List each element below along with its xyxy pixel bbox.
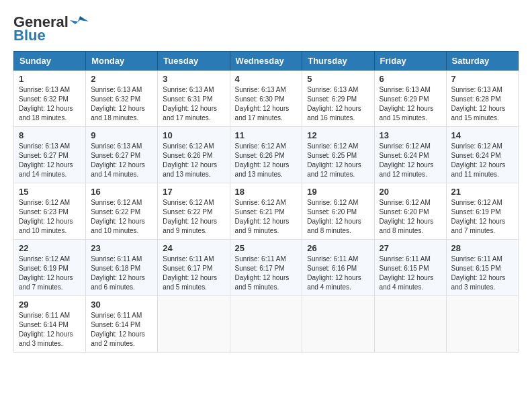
logo-bird-icon: [70, 15, 90, 30]
table-row: [446, 296, 518, 353]
day-info: Sunrise: 6:12 AMSunset: 6:19 PMDaylight:…: [451, 198, 513, 236]
calendar-week-row: 8Sunrise: 6:13 AMSunset: 6:27 PMDaylight…: [14, 127, 519, 183]
day-number: 18: [235, 187, 298, 197]
day-number: 3: [163, 74, 224, 84]
table-row: 13Sunrise: 6:12 AMSunset: 6:24 PMDayligh…: [374, 127, 446, 183]
calendar-week-row: 1Sunrise: 6:13 AMSunset: 6:32 PMDaylight…: [14, 71, 519, 127]
day-number: 21: [451, 187, 513, 197]
day-number: 7: [451, 74, 513, 84]
table-row: 2Sunrise: 6:13 AMSunset: 6:32 PMDaylight…: [86, 71, 158, 127]
day-info: Sunrise: 6:13 AMSunset: 6:29 PMDaylight:…: [307, 85, 369, 123]
day-number: 23: [91, 243, 152, 253]
table-row: [302, 296, 374, 353]
table-row: 15Sunrise: 6:12 AMSunset: 6:23 PMDayligh…: [14, 183, 86, 240]
day-info: Sunrise: 6:13 AMSunset: 6:32 PMDaylight:…: [91, 85, 152, 123]
day-number: 30: [91, 300, 152, 310]
col-wednesday: Wednesday: [230, 52, 302, 71]
table-row: 3Sunrise: 6:13 AMSunset: 6:31 PMDaylight…: [158, 71, 230, 127]
day-info: Sunrise: 6:12 AMSunset: 6:21 PMDaylight:…: [235, 198, 298, 236]
table-row: 30Sunrise: 6:11 AMSunset: 6:14 PMDayligh…: [86, 296, 158, 353]
day-number: 17: [163, 187, 224, 197]
table-row: 10Sunrise: 6:12 AMSunset: 6:26 PMDayligh…: [158, 127, 230, 183]
table-row: 19Sunrise: 6:12 AMSunset: 6:20 PMDayligh…: [302, 183, 374, 240]
table-row: 11Sunrise: 6:12 AMSunset: 6:26 PMDayligh…: [230, 127, 302, 183]
day-number: 2: [91, 74, 152, 84]
table-row: 25Sunrise: 6:11 AMSunset: 6:17 PMDayligh…: [230, 240, 302, 296]
day-number: 8: [19, 130, 81, 140]
table-row: 26Sunrise: 6:11 AMSunset: 6:16 PMDayligh…: [302, 240, 374, 296]
table-row: [230, 296, 302, 353]
table-row: 29Sunrise: 6:11 AMSunset: 6:14 PMDayligh…: [14, 296, 86, 353]
day-info: Sunrise: 6:12 AMSunset: 6:25 PMDaylight:…: [307, 142, 369, 179]
day-number: 22: [19, 243, 81, 253]
day-info: Sunrise: 6:12 AMSunset: 6:22 PMDaylight:…: [163, 198, 224, 236]
day-info: Sunrise: 6:13 AMSunset: 6:31 PMDaylight:…: [163, 85, 224, 123]
table-row: 24Sunrise: 6:11 AMSunset: 6:17 PMDayligh…: [158, 240, 230, 296]
day-number: 19: [307, 187, 369, 197]
day-number: 6: [380, 74, 441, 84]
day-info: Sunrise: 6:13 AMSunset: 6:30 PMDaylight:…: [235, 85, 298, 123]
table-row: [374, 296, 446, 353]
table-row: 18Sunrise: 6:12 AMSunset: 6:21 PMDayligh…: [230, 183, 302, 240]
day-info: Sunrise: 6:11 AMSunset: 6:15 PMDaylight:…: [380, 255, 441, 292]
day-info: Sunrise: 6:12 AMSunset: 6:24 PMDaylight:…: [451, 142, 513, 179]
table-row: 12Sunrise: 6:12 AMSunset: 6:25 PMDayligh…: [302, 127, 374, 183]
table-row: 14Sunrise: 6:12 AMSunset: 6:24 PMDayligh…: [446, 127, 518, 183]
day-number: 1: [19, 74, 81, 84]
col-friday: Friday: [374, 52, 446, 71]
calendar-table: Sunday Monday Tuesday Wednesday Thursday…: [13, 51, 519, 353]
day-info: Sunrise: 6:12 AMSunset: 6:22 PMDaylight:…: [91, 198, 152, 236]
day-number: 28: [451, 243, 513, 253]
col-monday: Monday: [86, 52, 158, 71]
table-row: 1Sunrise: 6:13 AMSunset: 6:32 PMDaylight…: [14, 71, 86, 127]
day-number: 29: [19, 300, 81, 310]
table-row: 8Sunrise: 6:13 AMSunset: 6:27 PMDaylight…: [14, 127, 86, 183]
day-info: Sunrise: 6:13 AMSunset: 6:28 PMDaylight:…: [451, 85, 513, 123]
calendar-header-row: Sunday Monday Tuesday Wednesday Thursday…: [14, 52, 519, 71]
day-info: Sunrise: 6:11 AMSunset: 6:17 PMDaylight:…: [235, 255, 298, 292]
day-info: Sunrise: 6:12 AMSunset: 6:20 PMDaylight:…: [307, 198, 369, 236]
day-info: Sunrise: 6:12 AMSunset: 6:23 PMDaylight:…: [19, 198, 81, 236]
day-info: Sunrise: 6:11 AMSunset: 6:17 PMDaylight:…: [163, 255, 224, 292]
svg-marker-0: [70, 16, 89, 24]
table-row: 16Sunrise: 6:12 AMSunset: 6:22 PMDayligh…: [86, 183, 158, 240]
table-row: 9Sunrise: 6:13 AMSunset: 6:27 PMDaylight…: [86, 127, 158, 183]
day-info: Sunrise: 6:12 AMSunset: 6:24 PMDaylight:…: [380, 142, 441, 179]
day-number: 20: [380, 187, 441, 197]
day-info: Sunrise: 6:11 AMSunset: 6:15 PMDaylight:…: [451, 255, 513, 292]
day-info: Sunrise: 6:13 AMSunset: 6:32 PMDaylight:…: [19, 85, 81, 123]
day-number: 5: [307, 74, 369, 84]
day-number: 16: [91, 187, 152, 197]
day-number: 25: [235, 243, 298, 253]
table-row: 27Sunrise: 6:11 AMSunset: 6:15 PMDayligh…: [374, 240, 446, 296]
table-row: 7Sunrise: 6:13 AMSunset: 6:28 PMDaylight…: [446, 71, 518, 127]
day-info: Sunrise: 6:13 AMSunset: 6:29 PMDaylight:…: [380, 85, 441, 123]
table-row: 28Sunrise: 6:11 AMSunset: 6:15 PMDayligh…: [446, 240, 518, 296]
day-info: Sunrise: 6:12 AMSunset: 6:19 PMDaylight:…: [19, 255, 81, 292]
day-number: 9: [91, 130, 152, 140]
day-number: 27: [380, 243, 441, 253]
day-info: Sunrise: 6:13 AMSunset: 6:27 PMDaylight:…: [19, 142, 81, 179]
day-info: Sunrise: 6:11 AMSunset: 6:14 PMDaylight:…: [19, 311, 81, 349]
day-info: Sunrise: 6:11 AMSunset: 6:16 PMDaylight:…: [307, 255, 369, 292]
col-thursday: Thursday: [302, 52, 374, 71]
day-number: 26: [307, 243, 369, 253]
day-number: 4: [235, 74, 298, 84]
day-number: 14: [451, 130, 513, 140]
table-row: 17Sunrise: 6:12 AMSunset: 6:22 PMDayligh…: [158, 183, 230, 240]
table-row: 22Sunrise: 6:12 AMSunset: 6:19 PMDayligh…: [14, 240, 86, 296]
table-row: 5Sunrise: 6:13 AMSunset: 6:29 PMDaylight…: [302, 71, 374, 127]
page-header: General Blue: [13, 13, 519, 44]
day-info: Sunrise: 6:12 AMSunset: 6:26 PMDaylight:…: [163, 142, 224, 179]
day-info: Sunrise: 6:12 AMSunset: 6:20 PMDaylight:…: [380, 198, 441, 236]
day-number: 15: [19, 187, 81, 197]
col-tuesday: Tuesday: [158, 52, 230, 71]
calendar-week-row: 15Sunrise: 6:12 AMSunset: 6:23 PMDayligh…: [14, 183, 519, 240]
logo-text-blue: Blue: [13, 27, 46, 44]
day-info: Sunrise: 6:11 AMSunset: 6:18 PMDaylight:…: [91, 255, 152, 292]
table-row: 23Sunrise: 6:11 AMSunset: 6:18 PMDayligh…: [86, 240, 158, 296]
day-number: 11: [235, 130, 298, 140]
table-row: 6Sunrise: 6:13 AMSunset: 6:29 PMDaylight…: [374, 71, 446, 127]
table-row: 20Sunrise: 6:12 AMSunset: 6:20 PMDayligh…: [374, 183, 446, 240]
table-row: 21Sunrise: 6:12 AMSunset: 6:19 PMDayligh…: [446, 183, 518, 240]
